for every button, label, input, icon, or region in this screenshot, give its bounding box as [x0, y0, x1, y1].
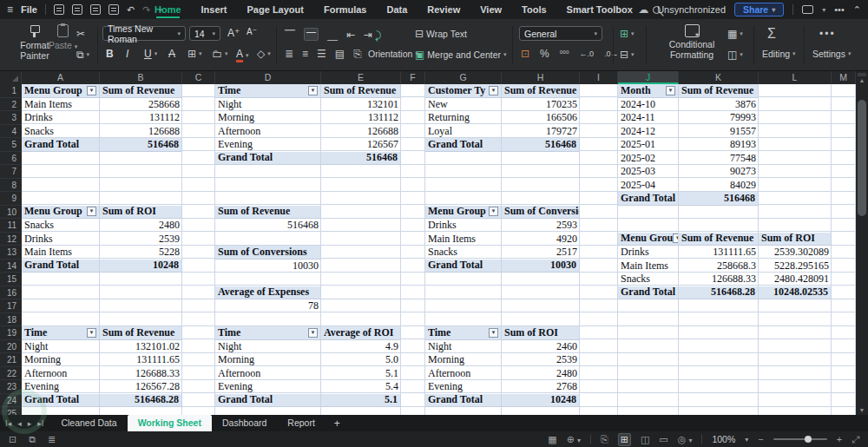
- split-handle[interactable]: [858, 73, 866, 76]
- next-sheet-icon[interactable]: ▸: [28, 419, 32, 428]
- menu-tab-home[interactable]: Home: [155, 0, 181, 19]
- cell-B10[interactable]: Sum of ROI: [100, 206, 182, 220]
- settings-icon[interactable]: •••: [819, 28, 836, 40]
- cell-D22[interactable]: Afternoon: [215, 367, 321, 381]
- number-format-group[interactable]: ⊡%⁰⁰⁰←.0.0→: [521, 48, 619, 60]
- cell-G24[interactable]: Grand Total: [425, 394, 502, 408]
- visibility-icon[interactable]: ◎ ▾: [678, 434, 693, 445]
- cell-G19[interactable]: Time▼: [425, 326, 502, 340]
- cell-K13[interactable]: 131111.65: [679, 246, 759, 260]
- underline-button[interactable]: U▾: [144, 48, 157, 60]
- cell-K7[interactable]: 90273: [679, 165, 759, 179]
- cell-B4[interactable]: 126688: [100, 125, 182, 139]
- cell-K2[interactable]: 3876: [679, 98, 759, 112]
- cell-A2[interactable]: Main Items: [22, 98, 100, 112]
- cell-A1[interactable]: Menu Group▼: [22, 84, 100, 98]
- cell-L13[interactable]: 2539.302089: [759, 246, 832, 260]
- switch-window-icon[interactable]: [802, 5, 813, 14]
- cell-D20[interactable]: Night: [215, 340, 321, 354]
- cell-L14[interactable]: 5228.295165: [759, 260, 832, 273]
- sum-icon[interactable]: Σ: [767, 26, 776, 42]
- cell-G3[interactable]: Returning: [425, 111, 502, 125]
- menu-tab-page-layout[interactable]: Page Layout: [247, 0, 304, 19]
- pivot-filter-icon[interactable]: ▼: [87, 328, 96, 338]
- cell-B14[interactable]: 10248: [100, 260, 182, 273]
- sheet-tab-report[interactable]: Report: [277, 415, 326, 431]
- pivot-filter-icon[interactable]: ▼: [87, 86, 96, 95]
- cell-H4[interactable]: 179727: [502, 125, 580, 139]
- cell-A10[interactable]: Menu Group▼: [22, 206, 100, 220]
- column-header-H[interactable]: H: [502, 71, 580, 84]
- cell-J5[interactable]: 2025-01: [618, 138, 679, 152]
- cell-G13[interactable]: Snacks: [425, 246, 502, 260]
- row-header-16[interactable]: 16: [0, 286, 22, 300]
- cell-E21[interactable]: 5.0: [321, 353, 401, 367]
- select-all-corner[interactable]: [0, 71, 22, 84]
- cell-D23[interactable]: Evening: [215, 380, 321, 394]
- cell-L12[interactable]: Sum of ROI: [759, 233, 832, 247]
- cell-K15[interactable]: 126688.33: [679, 273, 759, 286]
- cell-K16[interactable]: 516468.28: [679, 286, 759, 300]
- cell-L16[interactable]: 10248.02535: [759, 286, 832, 300]
- cell-K9[interactable]: 516468: [679, 192, 759, 206]
- cell-J12[interactable]: Menu Grou▼: [618, 233, 679, 247]
- cell-A14[interactable]: Grand Total: [22, 260, 100, 273]
- pivot-filter-icon[interactable]: ▼: [489, 86, 498, 95]
- cell-K5[interactable]: 89193: [679, 138, 759, 152]
- row-header-19[interactable]: 19: [0, 326, 22, 340]
- cell-K4[interactable]: 91557: [679, 125, 759, 139]
- sheet-tab-dashboard[interactable]: Dashboard: [212, 415, 277, 431]
- cell-D1[interactable]: Time▼: [215, 84, 321, 98]
- cell-D13[interactable]: Sum of Conversions: [215, 246, 321, 260]
- menu-tab-tools[interactable]: Tools: [522, 0, 547, 19]
- menu-tab-view[interactable]: View: [480, 0, 502, 19]
- horizontal-align-group[interactable]: ≣≡☰▤⎘: [285, 48, 362, 60]
- hamburger-menu-icon[interactable]: ≡: [7, 3, 13, 16]
- cell-E4[interactable]: 126688: [321, 125, 401, 139]
- row-header-7[interactable]: 7: [0, 165, 22, 179]
- cell-H20[interactable]: 2460: [502, 340, 580, 354]
- cell-D4[interactable]: Afternoon: [215, 125, 321, 139]
- row-header-6[interactable]: 6: [0, 152, 22, 166]
- column-header-K[interactable]: K: [679, 71, 759, 84]
- cell-J15[interactable]: Snacks: [618, 273, 679, 286]
- cell-B12[interactable]: 2539: [100, 233, 182, 247]
- row-header-4[interactable]: 4: [0, 125, 22, 139]
- bold-button[interactable]: B: [106, 48, 114, 60]
- cell-G4[interactable]: Loyal: [425, 125, 502, 139]
- cell-D11[interactable]: 516468: [215, 219, 321, 233]
- eraser-button[interactable]: ◇▾: [257, 48, 271, 60]
- row-header-25[interactable]: 25: [0, 407, 22, 415]
- cell-B5[interactable]: 516468: [100, 138, 182, 152]
- font-name-select[interactable]: Times New Roman▾: [102, 26, 186, 41]
- cell-style-button[interactable]: ▦▾: [727, 28, 743, 40]
- menu-tab-smart-toolbox[interactable]: Smart Toolbox: [567, 0, 633, 19]
- menu-tab-review[interactable]: Review: [427, 0, 460, 19]
- column-header-D[interactable]: D: [215, 71, 321, 84]
- editing-button[interactable]: Editing▾: [762, 49, 796, 59]
- cell-A19[interactable]: Time▼: [22, 326, 100, 340]
- cell-A21[interactable]: Morning: [22, 353, 100, 367]
- column-header-C[interactable]: C: [182, 71, 215, 84]
- cell-A3[interactable]: Drinks: [22, 111, 100, 125]
- cell-E3[interactable]: 131112: [321, 111, 401, 125]
- cell-B21[interactable]: 131111.65: [100, 353, 182, 367]
- cell-H3[interactable]: 166506: [502, 111, 580, 125]
- cell-G14[interactable]: Grand Total: [425, 260, 502, 273]
- cell-J8[interactable]: 2025-04: [618, 179, 679, 193]
- prev-sheet-icon[interactable]: ◂: [17, 419, 22, 428]
- cell-D3[interactable]: Morning: [215, 111, 321, 125]
- column-header-A[interactable]: A: [22, 71, 100, 84]
- cell-D17[interactable]: 78: [215, 299, 321, 313]
- cell-E24[interactable]: 5.1: [321, 394, 401, 408]
- italic-button[interactable]: I: [126, 48, 128, 60]
- cell-H22[interactable]: 2480: [502, 367, 580, 381]
- pivot-filter-icon[interactable]: ▼: [308, 86, 318, 95]
- cell-K14[interactable]: 258668.3: [679, 260, 759, 273]
- cell-E6[interactable]: 516468: [321, 152, 401, 166]
- pivot-filter-icon[interactable]: ▼: [666, 86, 675, 95]
- cell-H21[interactable]: 2539: [502, 353, 580, 367]
- row-header-24[interactable]: 24: [0, 394, 22, 408]
- cell-D16[interactable]: Average of Expenses: [215, 286, 321, 300]
- column-header-B[interactable]: B: [100, 71, 182, 84]
